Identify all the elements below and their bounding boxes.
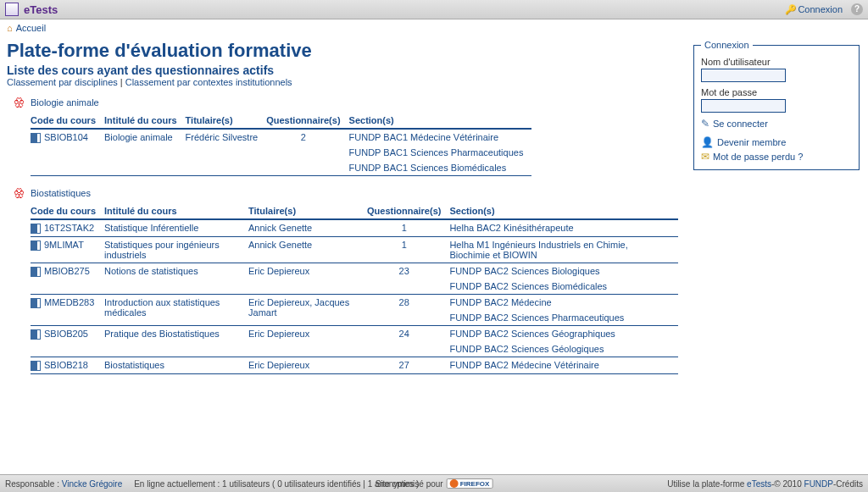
discipline-link[interactable]: Biologie animale (31, 97, 99, 108)
owner-link[interactable]: Eric Depiereux (248, 360, 309, 370)
course-code-link[interactable]: SBIOB104 (44, 132, 88, 142)
section: FUNDP BAC1 Médecine Vétérinaire (349, 129, 532, 145)
uses-label: Utilise la plate-forme (667, 479, 744, 489)
q-link[interactable]: 1 (402, 240, 407, 250)
course-owner: Frédéric Silvestre (186, 129, 267, 176)
course-title-link[interactable]: Introduction aux statistiques médicales (104, 297, 220, 318)
table-row: SBIOB205Pratique des BiostatistiquesEric… (31, 326, 678, 342)
questionnaire-count: 1 (367, 219, 449, 237)
course-code-link[interactable]: SBIOB218 (44, 360, 88, 370)
owner-link[interactable]: Annick Genette (248, 240, 312, 250)
owner-link[interactable]: Eric Depiereux (248, 266, 309, 276)
book-icon (31, 298, 41, 308)
help-icon[interactable]: ? (851, 3, 863, 15)
col-owner: Titulaire(s) (248, 203, 367, 219)
section-link[interactable]: FUNDP BAC1 Sciences Pharmaceutiques (349, 147, 524, 158)
credits-label: -Crédits (833, 479, 863, 489)
book-icon (31, 240, 41, 251)
table-row: 9MLIMATStatistiques pour ingénieurs indu… (31, 237, 678, 263)
course-code: SBIOB218 (31, 357, 104, 374)
questionnaire-count: 28 (367, 295, 449, 326)
discipline-link[interactable]: Biostatistiques (31, 188, 91, 198)
footer-right: Utilise la plate-forme eTests-© 2010 FUN… (667, 479, 863, 489)
section-link[interactable]: FUNDP BAC1 Médecine Vétérinaire (349, 132, 498, 142)
owner-link[interactable]: Annick Genette (248, 223, 312, 233)
course-title: Biostatistiques (104, 357, 248, 374)
q-link[interactable]: 28 (399, 297, 409, 307)
course-code-link[interactable]: MMEDB283 (44, 297, 94, 307)
fundp-link[interactable]: FUNDP (804, 479, 833, 489)
app-icon (5, 3, 19, 16)
course-title-link[interactable]: Notions de statistiques (104, 266, 198, 276)
course-title-link[interactable]: Biologie animale (104, 132, 173, 142)
course-title-link[interactable]: Statistique Inférentielle (104, 223, 198, 233)
login-button[interactable]: Se connecter (713, 119, 768, 129)
username-label: Nom d'utilisateur (701, 57, 852, 67)
course-owner: Eric Depiereux (248, 263, 367, 295)
section-link[interactable]: FUNDP BAC2 Sciences Géologiques (449, 344, 604, 354)
course-title: Pratique des Biostatistiques (104, 326, 248, 357)
section-link[interactable]: FUNDP BAC2 Médecine Vétérinaire (449, 360, 598, 370)
rank-by-discipline[interactable]: Classement par disciplines (7, 77, 118, 87)
course-code-link[interactable]: SBIOB205 (44, 329, 88, 339)
q-link[interactable]: 1 (402, 223, 407, 233)
connexion-link[interactable]: 🔑 Connexion (785, 4, 843, 14)
section: FUNDP BAC2 Sciences Biologiques (449, 263, 678, 279)
owner-link[interactable]: Frédéric Silvestre (186, 132, 259, 142)
register-link[interactable]: Devenir membre (717, 137, 786, 147)
username-input[interactable] (701, 69, 786, 82)
col-code: Code du cours (31, 203, 104, 219)
q-link[interactable]: 27 (399, 360, 409, 370)
firefox-badge[interactable]: FIREFOX (447, 478, 493, 489)
course-owner: Annick Genette (248, 219, 367, 237)
discipline-block: 🏵BiostatistiquesCode du coursIntitulé du… (31, 186, 682, 374)
course-code: SBIOB205 (31, 326, 104, 357)
section-link[interactable]: FUNDP BAC2 Sciences Géographiques (449, 329, 615, 339)
connexion-label: Connexion (798, 4, 843, 14)
password-input[interactable] (701, 99, 786, 113)
app-title: eTests (24, 3, 58, 16)
course-title-link[interactable]: Biostatistiques (104, 360, 164, 370)
course-owner: Eric Depiereux (248, 357, 367, 374)
col-title: Intitulé du cours (104, 113, 186, 129)
book-icon (31, 361, 41, 371)
q-link[interactable]: 23 (399, 266, 409, 276)
q-link[interactable]: 2 (301, 132, 306, 142)
rank-by-context[interactable]: Classement par contextes institutionnels (125, 77, 292, 87)
etests-link[interactable]: eTests (747, 479, 771, 489)
section-link[interactable]: FUNDP BAC1 Sciences Biomédicales (349, 163, 507, 173)
col-sec: Section(s) (349, 113, 532, 129)
footer-mid: Site optimisé pour FIREFOX (376, 478, 493, 489)
footer-left: Responsable : Vincke Grégoire En ligne a… (5, 479, 419, 489)
section: FUNDP BAC2 Sciences Géographiques (449, 326, 678, 342)
course-title-link[interactable]: Statistiques pour ingénieurs industriels (104, 240, 220, 260)
section-link[interactable]: FUNDP BAC2 Sciences Pharmaceutiques (449, 312, 624, 323)
course-code-link[interactable]: 9MLIMAT (44, 240, 84, 250)
forgot-link[interactable]: Mot de passe perdu ? (713, 152, 803, 162)
owner-link[interactable]: Eric Depiereux (248, 329, 309, 339)
q-link[interactable]: 24 (399, 329, 409, 339)
section-link[interactable]: Helha M1 Ingénieurs Industriels en Chimi… (449, 240, 627, 260)
course-code-link[interactable]: MBIOB275 (44, 266, 90, 276)
section-link[interactable]: FUNDP BAC2 Sciences Biomédicales (449, 281, 607, 291)
col-q: Questionnaire(s) (266, 113, 348, 129)
course-title-link[interactable]: Pratique des Biostatistiques (104, 329, 220, 339)
section-link[interactable]: FUNDP BAC2 Sciences Biologiques (449, 266, 599, 276)
breadcrumb-home[interactable]: Accueil (16, 23, 46, 33)
badge-icon: 🏵 (14, 186, 25, 200)
user-icon: 👤 (701, 136, 714, 148)
course-code-link[interactable]: 16T2STAK2 (44, 223, 94, 233)
section-link[interactable]: FUNDP BAC2 Médecine (449, 297, 551, 307)
course-code: 9MLIMAT (31, 237, 104, 263)
section-link[interactable]: Helha BAC2 Kinésithérapeute (449, 223, 573, 233)
page-title: Plate-forme d'évaluation formative (7, 40, 682, 62)
topbar: eTests 🔑 Connexion ? (0, 0, 868, 19)
owner-link[interactable]: Eric Depiereux, Jacques Jamart (248, 297, 349, 318)
sidebar: Connexion Nom d'utilisateur Mot de passe… (692, 40, 861, 170)
book-icon (31, 329, 41, 340)
section: FUNDP BAC1 Sciences Biomédicales (349, 160, 532, 176)
home-icon: ⌂ (7, 23, 13, 33)
section: FUNDP BAC2 Sciences Biomédicales (449, 279, 678, 295)
resp-link[interactable]: Vincke Grégoire (62, 479, 123, 489)
login-box: Connexion Nom d'utilisateur Mot de passe… (693, 40, 860, 170)
